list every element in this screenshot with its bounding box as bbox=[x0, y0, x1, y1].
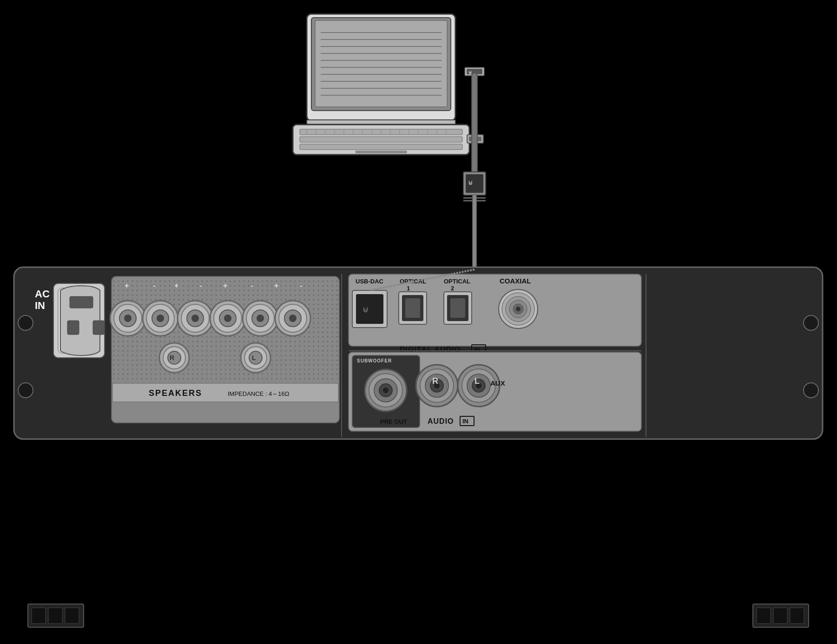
svg-point-129 bbox=[516, 307, 521, 311]
svg-text:USB-DAC: USB-DAC bbox=[356, 278, 384, 285]
svg-rect-118 bbox=[399, 292, 427, 324]
svg-point-137 bbox=[369, 374, 402, 407]
svg-rect-49 bbox=[14, 267, 823, 439]
svg-text:+: + bbox=[125, 282, 129, 289]
svg-point-100 bbox=[241, 343, 270, 373]
svg-text:SPEAKERS: SPEAKERS bbox=[149, 388, 202, 398]
svg-point-138 bbox=[374, 379, 397, 402]
svg-rect-165 bbox=[790, 608, 804, 624]
svg-rect-156 bbox=[460, 416, 474, 426]
svg-line-117 bbox=[369, 269, 475, 290]
svg-rect-61 bbox=[112, 276, 339, 423]
svg-point-101 bbox=[244, 347, 267, 369]
svg-rect-38 bbox=[467, 69, 482, 74]
svg-point-81 bbox=[181, 304, 209, 332]
svg-rect-120 bbox=[405, 298, 420, 318]
svg-text:COAXIAL: COAXIAL bbox=[500, 277, 531, 285]
svg-point-86 bbox=[219, 310, 236, 327]
svg-point-79 bbox=[157, 315, 164, 322]
svg-point-80 bbox=[178, 301, 213, 336]
svg-text:-: - bbox=[251, 282, 253, 289]
svg-rect-114 bbox=[352, 290, 387, 328]
svg-rect-121 bbox=[444, 292, 472, 324]
svg-rect-161 bbox=[65, 608, 79, 624]
svg-point-146 bbox=[434, 383, 440, 388]
svg-rect-104 bbox=[112, 383, 338, 402]
svg-text:-: - bbox=[153, 282, 156, 289]
svg-text:1: 1 bbox=[407, 285, 410, 292]
svg-point-90 bbox=[252, 310, 269, 327]
svg-rect-159 bbox=[32, 608, 46, 624]
svg-text:IMPEDANCE : 4～16Ω: IMPEDANCE : 4～16Ω bbox=[228, 390, 290, 397]
usb-type-b-connector: ⊌ bbox=[463, 172, 486, 201]
svg-point-139 bbox=[379, 384, 392, 397]
svg-rect-13 bbox=[307, 120, 455, 125]
svg-point-136 bbox=[365, 369, 407, 411]
svg-point-76 bbox=[143, 301, 178, 336]
svg-point-151 bbox=[472, 379, 485, 392]
svg-rect-34 bbox=[356, 151, 407, 153]
svg-rect-56 bbox=[53, 283, 105, 358]
svg-point-95 bbox=[289, 315, 297, 322]
svg-rect-43 bbox=[466, 174, 483, 193]
svg-point-88 bbox=[243, 301, 278, 336]
svg-text:⊌: ⊌ bbox=[468, 179, 473, 186]
svg-text:OPTICAL: OPTICAL bbox=[400, 278, 426, 285]
svg-point-78 bbox=[152, 310, 169, 327]
svg-point-124 bbox=[499, 289, 538, 329]
svg-point-50 bbox=[18, 315, 33, 330]
svg-rect-119 bbox=[402, 295, 423, 321]
svg-point-51 bbox=[18, 383, 33, 398]
svg-text:AUX: AUX bbox=[490, 379, 505, 387]
laptop-illustration bbox=[293, 14, 483, 155]
svg-rect-63 bbox=[112, 277, 338, 380]
svg-point-152 bbox=[476, 383, 481, 388]
svg-text:L: L bbox=[475, 376, 480, 386]
svg-point-96 bbox=[159, 343, 189, 373]
svg-point-85 bbox=[214, 304, 242, 332]
svg-rect-164 bbox=[773, 608, 787, 624]
svg-point-77 bbox=[146, 304, 174, 332]
svg-point-91 bbox=[257, 315, 264, 322]
svg-rect-163 bbox=[757, 608, 771, 624]
svg-rect-14 bbox=[293, 125, 469, 155]
svg-point-94 bbox=[284, 310, 301, 327]
svg-text:⊌: ⊌ bbox=[468, 70, 472, 75]
svg-point-73 bbox=[114, 304, 142, 332]
svg-rect-35 bbox=[467, 135, 483, 143]
svg-text:-: - bbox=[300, 282, 302, 289]
svg-rect-37 bbox=[465, 67, 484, 76]
svg-text:R: R bbox=[432, 376, 438, 386]
svg-text:OPTICAL: OPTICAL bbox=[444, 278, 470, 285]
svg-rect-60 bbox=[93, 321, 105, 335]
svg-text:-: - bbox=[200, 282, 202, 289]
svg-point-83 bbox=[191, 315, 199, 322]
svg-point-74 bbox=[119, 310, 136, 327]
svg-text:IN: IN bbox=[462, 418, 468, 425]
svg-point-93 bbox=[279, 304, 307, 332]
svg-rect-158 bbox=[28, 604, 84, 627]
svg-point-143 bbox=[420, 369, 454, 402]
svg-rect-42 bbox=[463, 172, 486, 195]
svg-text:+: + bbox=[174, 282, 178, 289]
svg-rect-2 bbox=[315, 20, 447, 107]
svg-point-127 bbox=[509, 300, 527, 318]
svg-point-140 bbox=[383, 388, 389, 393]
svg-text:2: 2 bbox=[451, 285, 454, 292]
svg-text:+: + bbox=[274, 282, 278, 289]
svg-text:IN: IN bbox=[35, 300, 45, 311]
svg-rect-107 bbox=[349, 274, 641, 346]
svg-text:SUBWOOFER: SUBWOOFER bbox=[357, 358, 392, 363]
svg-rect-36 bbox=[469, 137, 481, 141]
svg-rect-16 bbox=[300, 137, 462, 142]
svg-rect-15 bbox=[300, 129, 462, 135]
svg-point-75 bbox=[124, 315, 132, 322]
svg-point-82 bbox=[187, 310, 204, 327]
svg-rect-58 bbox=[70, 296, 93, 308]
svg-point-97 bbox=[163, 347, 185, 369]
svg-rect-133 bbox=[349, 352, 641, 431]
svg-point-84 bbox=[210, 301, 245, 336]
svg-point-102 bbox=[249, 351, 262, 364]
svg-point-125 bbox=[502, 293, 534, 325]
svg-point-149 bbox=[462, 369, 495, 402]
